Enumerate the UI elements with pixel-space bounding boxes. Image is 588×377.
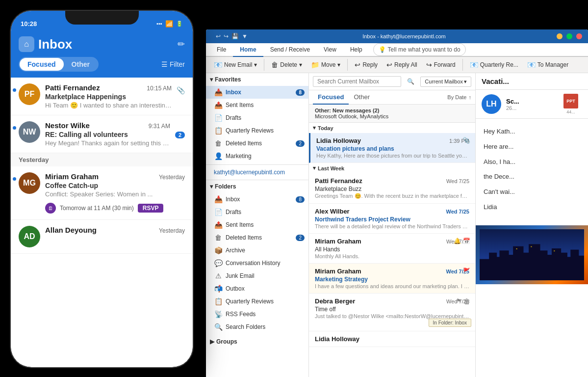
- close-btn[interactable]: [576, 33, 582, 39]
- email-subject: Marketplace Happenings: [45, 93, 172, 101]
- today-label: Today: [318, 125, 333, 131]
- folders-section: ▾ Folders 📥 Inbox 8 📄 Drafts 📤 Sent: [206, 180, 308, 333]
- qa-forward-arrow[interactable]: ↪: [224, 33, 229, 40]
- phone-filter-button[interactable]: ☰ Filter: [161, 60, 185, 68]
- separator: [347, 59, 348, 71]
- flag-icon: 🚩: [463, 268, 470, 274]
- email-preview: Hey Megan! Thanks again for setting this…: [45, 139, 170, 147]
- sort-control[interactable]: By Date ↑: [447, 94, 471, 100]
- sidebar-item-drafts[interactable]: 📄 Drafts: [206, 111, 308, 124]
- quarterly-icon: 📋: [214, 127, 223, 135]
- search-folder-icon: 🔍: [214, 323, 223, 331]
- search-input[interactable]: [313, 76, 401, 87]
- email-item-lidia-bottom[interactable]: Lidia Holloway: [309, 331, 475, 347]
- email-item-alex[interactable]: Alex Wilber Wed 7/25 Northwind Traders P…: [309, 204, 475, 234]
- tell-me-input[interactable]: 💡 Tell me what you want to do: [373, 43, 466, 56]
- email-preview: Monthly All Hands.: [315, 253, 469, 259]
- reply-button[interactable]: ↩ Reply: [351, 59, 382, 71]
- sidebar-folder-deleted[interactable]: 🗑 Deleted Items 2: [206, 231, 308, 244]
- sidebar-folder-inbox[interactable]: 📥 Inbox 8: [206, 193, 308, 206]
- sidebar-item-inbox[interactable]: 📥 Inbox 8: [206, 86, 308, 99]
- new-email-button[interactable]: 📧 New Email ▾: [210, 59, 261, 71]
- outlook-body: ▾ Favorites 📥 Inbox 8 📤 Sent Items 📄 Dra…: [206, 73, 588, 377]
- email-item-patti[interactable]: Patti Fernandez Wed 7/25 Marketplace Buz…: [309, 173, 475, 204]
- sidebar-folder-rss[interactable]: 📡 RSS Feeds: [206, 308, 308, 321]
- email-item-lidia[interactable]: 📎 Lidia Holloway 1:39 PM Vacation pictur…: [309, 133, 475, 163]
- current-mailbox-button[interactable]: Current Mailbox ▾: [420, 77, 471, 87]
- tab-focused[interactable]: Focused: [313, 90, 349, 105]
- reading-line4: Can't wai...: [484, 187, 580, 197]
- qa-dropdown[interactable]: ▼: [242, 33, 248, 40]
- sidebar-item-sent[interactable]: 📤 Sent Items: [206, 99, 308, 111]
- email-account: kathyt@lucernepubintl.com: [206, 164, 308, 180]
- sidebar-item-quarterly[interactable]: 📋 Quarterly Reviews: [206, 124, 308, 137]
- sidebar-folder-outbox[interactable]: 📬 Outbox: [206, 282, 308, 295]
- phone-tab-focused[interactable]: Focused: [20, 58, 64, 71]
- sidebar-folder-conv-history[interactable]: 💬 Conversation History: [206, 257, 308, 269]
- new-email-icon: 📧: [214, 61, 222, 69]
- email-item-miriam-allhands[interactable]: 🔔 📅 Miriam Graham Wed 7/25 All Hands Mon…: [309, 234, 475, 264]
- notification-bar[interactable]: Other: New messages (2) Microsoft Outloo…: [309, 105, 475, 123]
- phone-email-item[interactable]: PF Patti Fernandez 10:15 AM Marketplace …: [11, 78, 193, 115]
- favorites-header[interactable]: ▾ Favorites: [206, 73, 308, 86]
- sidebar-folder-archive[interactable]: 📦 Archive: [206, 244, 308, 257]
- folder-junk-label: Junk Email: [226, 272, 255, 279]
- to-manager-button[interactable]: 📧 To Manager: [523, 59, 572, 71]
- tab-send-receive[interactable]: Send / Receive: [263, 43, 317, 57]
- delete-button[interactable]: 🗑 Delete ▾: [267, 59, 306, 71]
- folder-outbox-label: Outbox: [226, 285, 245, 292]
- email-item-debra[interactable]: ⚑ 🗑 Debra Berger Wed 7/25 Time off Just …: [309, 294, 475, 331]
- tab-help[interactable]: Help: [343, 43, 369, 57]
- folders-header[interactable]: ▾ Folders: [206, 180, 308, 193]
- section-last-week: ▾ Last Week: [309, 163, 475, 173]
- move-button[interactable]: 📁 Move ▾: [307, 59, 344, 71]
- reply-all-button[interactable]: ↩ Reply All: [383, 59, 421, 71]
- phone-email-item[interactable]: NW Nestor Wilke 9:31 AM RE: Calling all …: [11, 115, 193, 153]
- phone-tab-other[interactable]: Other: [64, 58, 98, 71]
- tab-file[interactable]: File: [210, 43, 233, 57]
- sidebar-folder-junk[interactable]: ⚠ Junk Email: [206, 269, 308, 282]
- maximize-btn[interactable]: [566, 33, 572, 39]
- sidebar-item-deleted[interactable]: 🗑 Deleted Items 2: [206, 137, 308, 150]
- minimize-btn[interactable]: [557, 33, 562, 39]
- sidebar-drafts-label: Drafts: [226, 114, 241, 121]
- email-time: 10:15 AM: [147, 85, 172, 92]
- avatar-nestor: NW: [19, 121, 40, 143]
- bell-icon: 🔔: [454, 238, 461, 244]
- separator: [264, 59, 264, 71]
- email-item-miriam-marketing[interactable]: 🚩 Miriam Graham Wed 7/25 Marketing Strat…: [309, 264, 475, 294]
- email-sender: Miriam Graham: [315, 268, 361, 275]
- avatar-allan: AD: [19, 226, 40, 247]
- phone-email-item[interactable]: MG Miriam Graham Yesterday Coffee Catch-…: [11, 166, 193, 220]
- forward-button[interactable]: ↪ Forward: [422, 59, 460, 71]
- move-dropdown[interactable]: ▾: [337, 61, 340, 68]
- quarterly-re-button[interactable]: 📧 Quarterly Re...: [466, 59, 522, 71]
- reading-avatar: LH: [482, 94, 501, 114]
- qa-back[interactable]: ↩: [216, 33, 221, 40]
- search-icon[interactable]: 🔍: [404, 77, 417, 86]
- phone-email-item[interactable]: AD Allan Deyoung Yesterday: [11, 220, 193, 254]
- qa-save[interactable]: 💾: [231, 33, 239, 40]
- folder-drafts-label: Drafts: [226, 209, 241, 215]
- sidebar-folder-sent[interactable]: 📤 Sent Items: [206, 218, 308, 231]
- email-subject: Vacation pictures and plans: [316, 145, 469, 152]
- sidebar-item-marketing[interactable]: 👤 Marketing: [206, 150, 308, 162]
- outlook-email-list: 🔍 Current Mailbox ▾ Focused Other By Dat…: [309, 73, 476, 377]
- tab-home[interactable]: Home: [233, 43, 263, 57]
- sidebar-folder-drafts[interactable]: 📄 Drafts: [206, 206, 308, 218]
- email-badge: 2: [175, 132, 185, 138]
- sidebar-folder-search[interactable]: 🔍 Search Folders: [206, 321, 308, 333]
- signal-icon: ▪▪▪: [156, 21, 162, 27]
- delete-dropdown[interactable]: ▾: [299, 61, 302, 68]
- tab-other[interactable]: Other: [349, 90, 375, 105]
- new-email-dropdown[interactable]: ▾: [254, 61, 257, 68]
- outlook-titlebar: ↩ ↪ 💾 ▼ Inbox - kathyt@lucernepubintl.co…: [206, 29, 588, 43]
- rsvp-button[interactable]: RSVP: [138, 204, 164, 213]
- sort-label: By Date: [447, 94, 466, 100]
- email-preview: There will be a detailed legal review of…: [315, 223, 469, 229]
- email-time: Wed 7/25: [446, 178, 469, 184]
- tab-view[interactable]: View: [317, 43, 343, 57]
- sidebar-folder-quarterly[interactable]: 📋 Quarterly Reviews: [206, 295, 308, 308]
- edit-icon[interactable]: ✏: [178, 39, 185, 50]
- groups-header[interactable]: ▶ Groups: [206, 335, 308, 348]
